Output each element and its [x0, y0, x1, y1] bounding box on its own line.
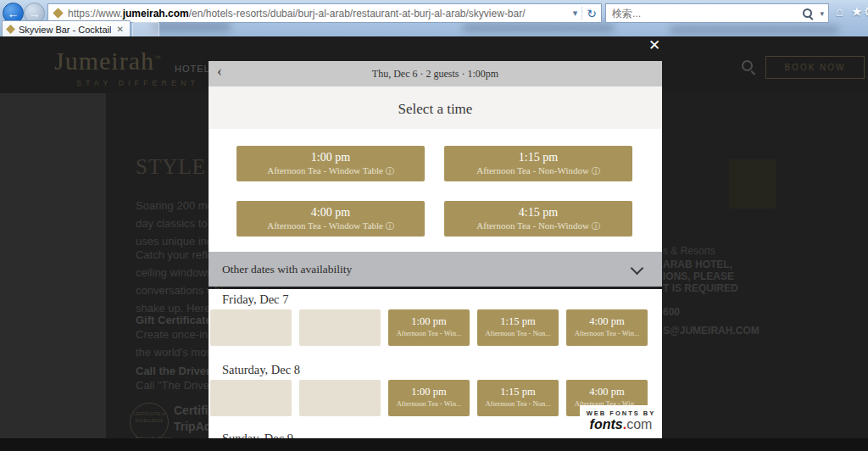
fonts-badge-line1: WEB FONTS BY: [580, 409, 662, 417]
time-slot-button[interactable]: 4:00 pm Afternoon Tea - Win...: [566, 309, 648, 346]
info-icon[interactable]: ⓘ: [386, 221, 394, 231]
tab-close-icon[interactable]: ✕: [111, 25, 130, 34]
screen: ← → https://www.jumeirah.com/en/hotels-r…: [0, 0, 868, 451]
other-dates-accordion[interactable]: Other dates with availability: [209, 252, 662, 287]
refresh-icon[interactable]: ↻: [581, 7, 601, 20]
search-icon[interactable]: [802, 8, 814, 19]
fonts-badge-logo: fonts.com: [580, 417, 662, 432]
info-icon[interactable]: ⓘ: [592, 221, 600, 231]
time-slots-section: 1:00 pm Afternoon Tea - Window Table ⓘ 1…: [209, 129, 662, 252]
empty-slot: [210, 380, 292, 416]
contact-phone-fragment: 600: [663, 306, 680, 318]
info-icon[interactable]: ⓘ: [386, 166, 394, 175]
slot-time: 4:15 pm: [444, 206, 632, 220]
search-input[interactable]: [606, 8, 802, 19]
time-slot-button[interactable]: 1:15 pm Afternoon Tea - Non...: [477, 309, 559, 346]
tab-title: Skyview Bar - Cocktail ...: [19, 25, 111, 35]
contact-fragment: ARAB HOTEL, IONS, PLEASE T IS REQUIRED: [663, 259, 738, 294]
other-dates-label: Other dates with availability: [222, 263, 352, 276]
booking-modal: ‹ Thu, Dec 6 · 2 guests · 1:00pm Select …: [209, 61, 662, 438]
time-slot-button[interactable]: 1:15 pm Afternoon Tea - Non...: [477, 380, 559, 416]
new-tab-button[interactable]: [132, 22, 159, 37]
slot-desc: Afternoon Tea - Non-Window ⓘ: [444, 220, 632, 232]
empty-slot: [299, 309, 381, 346]
tools-gear-icon[interactable]: ⚙: [864, 4, 868, 19]
day-label: Saturday, Dec 8: [222, 363, 300, 377]
jumeirah-tagline: STAY DIFFERENT: [76, 79, 199, 87]
day-label: Sunday, Dec 9: [222, 432, 293, 438]
booking-summary: Thu, Dec 6 · 2 guests · 1:00pm: [372, 68, 498, 81]
browser-chrome: ← → https://www.jumeirah.com/en/hotels-r…: [0, 0, 868, 36]
slot-desc: Afternoon Tea - Non-Window ⓘ: [444, 165, 632, 177]
modal-close-icon[interactable]: ✕: [646, 37, 663, 54]
browser-tab[interactable]: Skyview Bar - Cocktail ... ✕: [2, 20, 131, 37]
select-time-section: Select a time: [209, 86, 662, 129]
page-bottom-strip: [0, 438, 868, 451]
home-icon[interactable]: ⌂: [836, 4, 843, 19]
back-arrow-icon: ←: [8, 8, 19, 19]
forward-arrow-icon: →: [29, 8, 41, 19]
time-slot-button[interactable]: 1:15 pm Afternoon Tea - Non-Window ⓘ: [444, 146, 632, 181]
site-search-icon[interactable]: [741, 59, 756, 75]
autocomplete-dropdown-icon[interactable]: ▾: [569, 8, 582, 19]
jumeirah-logo: Jumeirah™: [54, 47, 162, 75]
modal-title: Select a time: [398, 101, 473, 118]
slot-time: 4:00 pm: [236, 206, 425, 220]
jumeirah-favicon-icon: [53, 8, 63, 18]
back-chevron-icon[interactable]: ‹: [217, 63, 222, 81]
chevron-down-icon: [631, 262, 644, 276]
page-left-strip: [0, 93, 106, 451]
url-text: https://www.jumeirah.com/en/hotels-resor…: [68, 8, 569, 19]
empty-slot: [210, 309, 292, 346]
slot-desc: Afternoon Tea - Window Table ⓘ: [236, 220, 425, 232]
glass-blur: [670, 25, 839, 34]
modal-header: ‹ Thu, Dec 6 · 2 guests · 1:00pm: [209, 61, 662, 86]
glass-blur: [462, 23, 615, 32]
slot-time: 1:00 pm: [236, 151, 425, 164]
day-label: Friday, Dec 7: [222, 292, 288, 307]
contact-email-fragment: S@JUMEIRAH.COM: [663, 325, 760, 337]
slot-time: 1:15 pm: [444, 151, 632, 164]
fonts-com-badge[interactable]: WEB FONTS BY fonts.com: [580, 405, 662, 438]
time-slot-button[interactable]: 1:00 pm Afternoon Tea - Window Table ⓘ: [236, 146, 425, 181]
search-box[interactable]: ▾: [605, 3, 829, 23]
contact-fragment: s & Resorts: [663, 245, 715, 257]
time-slot-button[interactable]: 4:15 pm Afternoon Tea - Non-Window ⓘ: [444, 201, 632, 237]
info-icon[interactable]: ⓘ: [592, 166, 600, 175]
book-now-button[interactable]: BOOK NOW: [765, 56, 865, 79]
time-slot-button[interactable]: 1:00 pm Afternoon Tea - Win...: [388, 309, 470, 346]
favorites-star-icon[interactable]: ★: [851, 4, 862, 19]
time-slot-button[interactable]: 1:00 pm Afternoon Tea - Win...: [388, 380, 470, 416]
search-dropdown-icon[interactable]: ▾: [815, 9, 828, 18]
url-host: jumeirah.com: [123, 8, 189, 19]
empty-slot: [299, 380, 381, 416]
time-slot-button[interactable]: 4:00 pm Afternoon Tea - Window Table ⓘ: [236, 201, 425, 237]
slot-desc: Afternoon Tea - Window Table ⓘ: [236, 165, 425, 177]
address-bar[interactable]: https://www.jumeirah.com/en/hotels-resor…: [47, 3, 602, 23]
tab-favicon-icon: [6, 25, 15, 34]
sidebar-box: [729, 159, 776, 209]
